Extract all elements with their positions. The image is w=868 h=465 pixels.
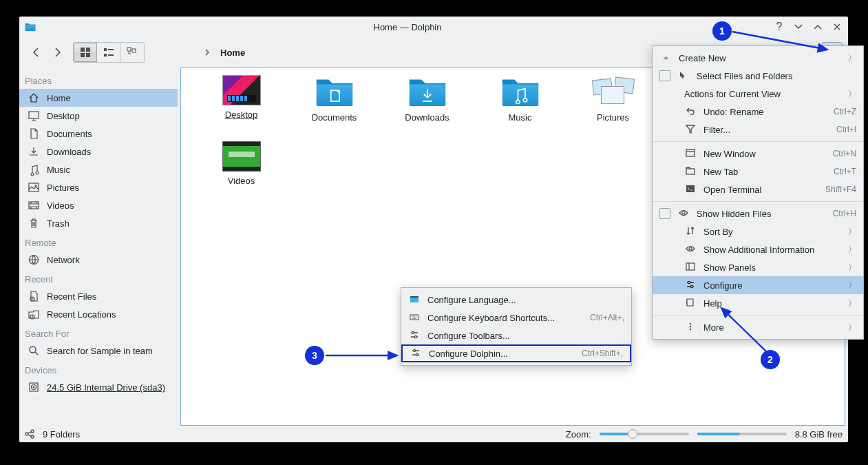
submenu-toolbars[interactable]: Configure Toolbars... <box>401 327 631 344</box>
menu-actions[interactable]: Actions for Current View〉 <box>653 85 863 103</box>
chevron-right-icon: 〉 <box>848 298 856 309</box>
chevron-right-icon: 〉 <box>848 244 856 256</box>
sidebar-item-search[interactable]: Search for Sample in team <box>19 342 178 360</box>
submenu-configure-dolphin[interactable]: Configure Dolphin...Ctrl+Shift+, <box>401 344 631 362</box>
folder-item-documents[interactable]: Documents <box>288 74 381 140</box>
music-icon <box>28 163 40 176</box>
search-header: Search For <box>19 323 178 342</box>
svg-rect-5 <box>108 49 114 50</box>
language-icon <box>408 294 421 306</box>
view-details-button[interactable] <box>120 43 144 62</box>
sidebar-item-recent-files[interactable]: Recent Files <box>19 287 178 305</box>
share-button[interactable] <box>25 429 34 439</box>
svg-point-35 <box>690 285 692 287</box>
svg-point-31 <box>682 211 685 214</box>
svg-point-43 <box>414 335 416 338</box>
folder-item-music[interactable]: Music <box>474 74 567 140</box>
view-icons-button[interactable] <box>74 43 97 62</box>
svg-rect-2 <box>81 53 85 57</box>
menu-new-window[interactable]: New WindowCtrl+N <box>653 145 863 163</box>
folder-icon <box>315 75 354 108</box>
svg-point-23 <box>33 386 34 388</box>
sidebar-item-downloads[interactable]: Downloads <box>19 143 178 161</box>
back-button[interactable] <box>25 41 47 63</box>
folder-item-desktop[interactable]: Desktop <box>195 74 288 140</box>
svg-rect-0 <box>81 48 85 52</box>
desktop-thumbnail-icon <box>222 75 261 105</box>
svg-rect-7 <box>108 54 114 56</box>
zoom-slider[interactable] <box>600 433 689 435</box>
view-compact-button[interactable] <box>97 43 120 62</box>
download-icon <box>28 145 40 158</box>
sidebar-item-music[interactable]: Music <box>19 161 178 178</box>
sidebar-item-desktop[interactable]: Desktop <box>19 107 178 125</box>
eye-icon <box>677 208 690 220</box>
places-panel: Places Home Desktop Documents Downloads … <box>19 68 178 426</box>
chevron-right-icon <box>204 48 211 58</box>
sidebar-item-pictures[interactable]: Pictures <box>19 178 178 196</box>
minimize-icon[interactable] <box>793 21 804 32</box>
svg-rect-3 <box>86 53 90 57</box>
help-icon <box>684 298 697 309</box>
menu-more[interactable]: More〉 <box>653 318 863 336</box>
panels-icon <box>684 262 697 273</box>
trash-icon <box>28 217 40 229</box>
menu-show-panels[interactable]: Show Panels〉 <box>653 258 863 276</box>
folder-item-downloads[interactable]: Downloads <box>381 74 474 140</box>
devices-header: Devices <box>19 360 178 378</box>
svg-point-38 <box>690 328 691 329</box>
keyboard-icon <box>408 312 421 324</box>
svg-rect-41 <box>410 315 419 320</box>
svg-point-45 <box>416 353 418 355</box>
folder-item-videos[interactable]: Videos <box>195 140 288 206</box>
sidebar-item-trash[interactable]: Trash <box>19 214 178 232</box>
svg-rect-30 <box>686 185 695 192</box>
sidebar-item-network[interactable]: Network <box>19 251 178 269</box>
recent-locations-icon <box>28 308 40 320</box>
sidebar-item-videos[interactable]: Videos <box>19 196 178 214</box>
menu-undo[interactable]: Undo: RenameCtrl+Z <box>653 103 863 121</box>
pictures-thumbnail-icon <box>593 75 634 108</box>
configure-icon <box>684 280 697 291</box>
svg-point-15 <box>35 185 36 187</box>
configure-submenu: Configure Language... Configure Keyboard… <box>401 287 632 366</box>
configure-icon <box>410 348 422 360</box>
svg-rect-14 <box>29 183 39 192</box>
submenu-language[interactable]: Configure Language... <box>401 291 631 309</box>
forward-button[interactable] <box>47 41 69 63</box>
menu-select-files[interactable]: Select Files and Folders <box>653 67 863 85</box>
menu-new-tab[interactable]: New TabCtrl+T <box>653 163 863 180</box>
folder-item-pictures[interactable]: Pictures <box>567 74 659 140</box>
document-icon <box>28 127 40 140</box>
video-icon <box>28 199 40 211</box>
menu-help[interactable]: Help〉 <box>653 294 863 312</box>
close-icon[interactable] <box>832 21 843 32</box>
sidebar-item-home[interactable]: Home <box>19 89 178 107</box>
sidebar-item-drive[interactable]: 24.5 GiB Internal Drive (sda3) <box>19 378 178 396</box>
sidebar-item-documents[interactable]: Documents <box>19 125 178 143</box>
search-icon <box>28 344 40 357</box>
chevron-right-icon: 〉 <box>848 52 856 64</box>
sidebar-item-recent-locations[interactable]: Recent Locations <box>19 305 178 323</box>
hamburger-menu: ＋Create New〉 Select Files and Folders Ac… <box>652 45 864 340</box>
breadcrumb-current[interactable]: Home <box>220 48 245 58</box>
menu-additional-info[interactable]: Show Additional Information〉 <box>653 240 863 258</box>
menu-filter[interactable]: Filter...Ctrl+I <box>653 121 863 138</box>
folder-icon <box>408 75 447 108</box>
maximize-icon[interactable] <box>812 21 823 32</box>
help-icon[interactable]: ? <box>774 21 785 32</box>
app-icon <box>25 21 36 32</box>
svg-point-42 <box>412 331 414 333</box>
submenu-shortcuts[interactable]: Configure Keyboard Shortcuts...Ctrl+Alt+… <box>401 309 631 327</box>
svg-point-37 <box>690 325 691 327</box>
places-header: Places <box>19 70 178 89</box>
chevron-right-icon: 〉 <box>848 322 856 333</box>
menu-hidden-files[interactable]: Show Hidden FilesCtrl+H <box>653 205 863 223</box>
filter-icon <box>684 124 697 136</box>
menu-sort-by[interactable]: Sort By〉 <box>653 223 863 240</box>
menu-create-new[interactable]: ＋Create New〉 <box>653 49 863 67</box>
breadcrumb[interactable]: Home <box>204 48 245 58</box>
menu-configure[interactable]: Configure〉 <box>653 276 863 294</box>
terminal-icon <box>684 184 697 196</box>
menu-terminal[interactable]: Open TerminalShift+F4 <box>653 180 863 198</box>
